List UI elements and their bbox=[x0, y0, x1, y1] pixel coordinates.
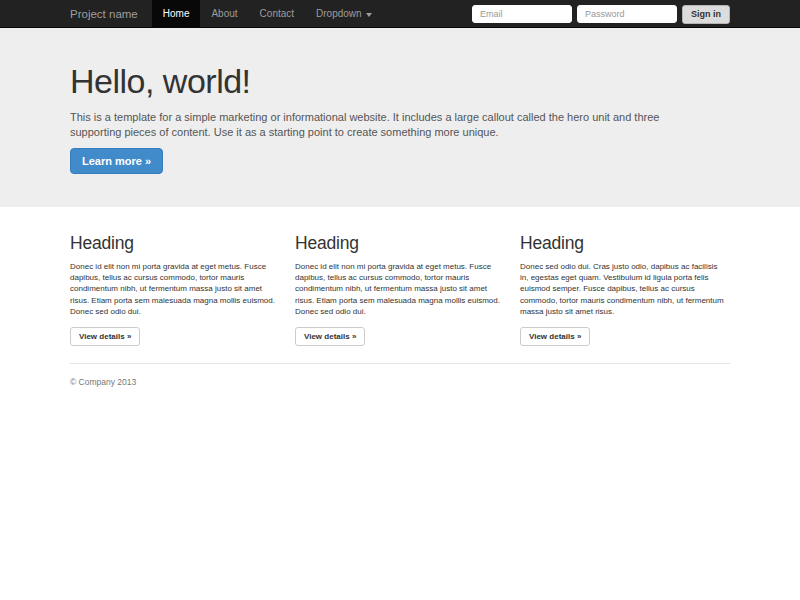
marketing-columns: Heading Donec id elit non mi porta gravi… bbox=[70, 233, 730, 387]
nav-item-dropdown[interactable]: Dropdown bbox=[305, 0, 383, 28]
column-text: Donec sed odio dui. Cras justo odio, dap… bbox=[520, 261, 725, 317]
hero-section: Hello, world! This is a template for a s… bbox=[0, 28, 800, 207]
nav-item-home[interactable]: Home bbox=[152, 0, 201, 28]
view-details-button-2[interactable]: View details » bbox=[295, 327, 365, 346]
view-details-button-1[interactable]: View details » bbox=[70, 327, 140, 346]
footer-divider bbox=[70, 363, 730, 364]
nav-item-label: Home bbox=[163, 0, 190, 28]
column-text: Donec id elit non mi porta gravida at eg… bbox=[295, 261, 500, 317]
password-field[interactable] bbox=[577, 5, 677, 23]
marketing-column-1: Heading Donec id elit non mi porta gravi… bbox=[70, 233, 275, 346]
nav-item-label: Dropdown bbox=[316, 0, 362, 28]
view-details-button-3[interactable]: View details » bbox=[520, 327, 590, 346]
hero-description: This is a template for a simple marketin… bbox=[70, 110, 710, 140]
navbar: Project name Home About Contact Dropdown… bbox=[0, 0, 800, 28]
learn-more-button[interactable]: Learn more » bbox=[70, 148, 163, 174]
signin-form: Sign in bbox=[472, 0, 730, 28]
caret-down-icon bbox=[366, 13, 372, 17]
marketing-column-3: Heading Donec sed odio dui. Cras justo o… bbox=[520, 233, 725, 346]
hero-title: Hello, world! bbox=[70, 62, 730, 100]
copyright-text: © Company 2013 bbox=[70, 377, 730, 387]
column-heading: Heading bbox=[295, 233, 500, 254]
column-text: Donec id elit non mi porta gravida at eg… bbox=[70, 261, 275, 317]
column-heading: Heading bbox=[520, 233, 725, 254]
nav-item-label: About bbox=[211, 0, 237, 28]
column-heading: Heading bbox=[70, 233, 275, 254]
nav-item-contact[interactable]: Contact bbox=[249, 0, 305, 28]
email-field[interactable] bbox=[472, 5, 572, 23]
brand-link[interactable]: Project name bbox=[70, 0, 138, 28]
signin-button[interactable]: Sign in bbox=[682, 5, 730, 24]
nav-item-label: Contact bbox=[260, 0, 294, 28]
footer: © Company 2013 bbox=[70, 377, 730, 387]
nav-item-about[interactable]: About bbox=[200, 0, 248, 28]
nav-menu: Home About Contact Dropdown bbox=[152, 0, 383, 28]
marketing-column-2: Heading Donec id elit non mi porta gravi… bbox=[295, 233, 500, 346]
